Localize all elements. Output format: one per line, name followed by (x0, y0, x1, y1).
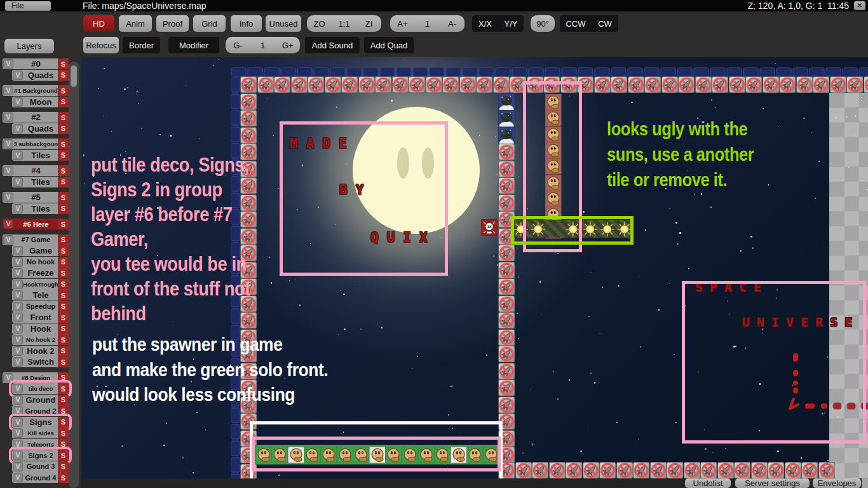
layer-row-no-hook[interactable]: VNo hookS (12, 257, 69, 268)
proof-toggle-button[interactable]: Proof (156, 15, 189, 32)
layer-row-tiles[interactable]: VTilesS (12, 203, 69, 214)
layer-visibility-toggle[interactable]: V (13, 473, 23, 482)
layer-visibility-toggle[interactable]: V (3, 235, 13, 245)
layer-row-tile-deco[interactable]: Vtile decoS (12, 383, 69, 394)
layer-row-tele[interactable]: VTeleS (12, 290, 69, 301)
layer-settings-button[interactable]: S (58, 346, 69, 356)
layer-visibility-toggle[interactable]: V (13, 124, 23, 133)
layer-visibility-toggle[interactable]: V (13, 335, 23, 344)
layer-settings-button[interactable]: S (58, 245, 69, 256)
flip-x-button[interactable]: X/X (472, 19, 498, 29)
layer-row-freeze[interactable]: VFreezeS (12, 268, 69, 278)
anim-faster-button[interactable]: A+ (390, 19, 415, 29)
layer-visibility-toggle[interactable]: V (13, 462, 23, 471)
modifier-button[interactable]: Modifier (168, 37, 219, 53)
envelopes-button[interactable]: Envelopes (813, 478, 861, 488)
layer-settings-button[interactable]: S (58, 334, 69, 345)
layer-settings-button[interactable]: S (58, 58, 69, 69)
layer-visibility-toggle[interactable]: V (3, 112, 13, 122)
layer-settings-button[interactable]: S (58, 461, 69, 472)
layer-row-kill-sides[interactable]: VKill sidesS (12, 428, 69, 438)
rotate-90-button[interactable]: 90° (531, 15, 555, 32)
unused-toggle-button[interactable]: Unused (266, 15, 301, 32)
zoom-in-button[interactable]: ZI (356, 19, 381, 29)
group-row--1-background[interactable]: V#1 BackgroundS (3, 85, 69, 96)
ccw-button[interactable]: CCW (560, 19, 592, 29)
layer-settings-button[interactable]: S (58, 97, 69, 107)
layer-settings-button[interactable]: S (58, 405, 69, 416)
layer-visibility-toggle[interactable]: V (13, 268, 23, 278)
layer-visibility-toggle[interactable]: V (13, 257, 23, 267)
layer-visibility-toggle[interactable]: V (3, 86, 13, 95)
refocus-button[interactable]: Refocus (83, 37, 119, 53)
layer-settings-button[interactable]: S (58, 301, 69, 312)
layer-settings-button[interactable]: S (58, 85, 69, 96)
hd-toggle-button[interactable]: HD (83, 15, 114, 32)
layer-settings-button[interactable]: S (58, 450, 69, 461)
layer-row-ground-4[interactable]: VGround 4S (12, 472, 69, 483)
layer-row-speedup[interactable]: VSpeedupS (12, 301, 69, 312)
layer-visibility-toggle[interactable]: V (13, 406, 23, 416)
layer-settings-button[interactable]: S (58, 268, 69, 278)
file-menu-button[interactable]: File (5, 1, 51, 11)
layer-row-game[interactable]: VGameS (12, 245, 69, 256)
layer-visibility-toggle[interactable]: V (3, 166, 13, 175)
map-editor-canvas[interactable]: MADE BY QUIX SPACE UNIVERSE put tile dec… (81, 57, 868, 488)
layer-settings-button[interactable]: S (58, 472, 69, 483)
layer-visibility-toggle[interactable]: V (3, 139, 13, 149)
layer-visibility-toggle[interactable]: V (13, 417, 23, 427)
layer-row-hook-2[interactable]: VHook 2S (12, 346, 69, 356)
layer-settings-button[interactable]: S (58, 112, 69, 123)
layer-settings-button[interactable]: S (58, 123, 69, 134)
layer-settings-button[interactable]: S (58, 139, 69, 149)
add-sound-button[interactable]: Add Sound (305, 37, 360, 53)
layer-visibility-toggle[interactable]: V (13, 204, 23, 214)
layer-settings-button[interactable]: S (58, 323, 69, 334)
layer-row-signs[interactable]: VSignsS (12, 417, 69, 428)
layer-visibility-toggle[interactable]: V (3, 59, 13, 69)
layer-row-tiles[interactable]: VTilesS (12, 150, 69, 161)
layer-visibility-toggle[interactable]: V (13, 246, 23, 255)
grid-toggle-button[interactable]: Grid (193, 15, 226, 32)
layer-visibility-toggle[interactable]: V (13, 71, 23, 80)
close-icon[interactable]: ✕ (854, 1, 865, 10)
anim-toggle-button[interactable]: Anim (119, 15, 152, 32)
layer-settings-button[interactable]: S (58, 279, 69, 290)
layer-settings-button[interactable]: S (58, 70, 69, 81)
layer-settings-button[interactable]: S (58, 150, 69, 161)
grid-plus-button[interactable]: G+ (275, 41, 300, 50)
layer-visibility-toggle[interactable]: V (13, 302, 23, 311)
layer-visibility-toggle[interactable]: V (13, 395, 23, 405)
layer-settings-button[interactable]: S (58, 257, 69, 268)
layer-visibility-toggle[interactable]: V (13, 384, 23, 393)
layer-visibility-toggle[interactable]: V (13, 151, 23, 160)
layer-settings-button[interactable]: S (58, 192, 69, 203)
layer-settings-button[interactable]: S (58, 203, 69, 214)
layers-scrollbar[interactable] (69, 62, 79, 488)
layers-header-button[interactable]: Layers (4, 39, 54, 53)
server-settings-button[interactable]: Server settings (735, 478, 810, 488)
layer-settings-button[interactable]: S (58, 428, 69, 438)
group-row--8-design[interactable]: V#8 DesignS (3, 372, 69, 383)
layer-visibility-toggle[interactable]: V (13, 324, 23, 334)
layer-visibility-toggle[interactable]: V (13, 428, 23, 438)
layer-visibility-toggle[interactable]: V (3, 219, 13, 229)
layer-settings-button[interactable]: S (58, 234, 69, 245)
flip-y-button[interactable]: Y/Y (498, 19, 524, 29)
add-quad-button[interactable]: Add Quad (364, 37, 414, 53)
layer-row-hooktrough[interactable]: VHookTroughS (12, 279, 69, 290)
layer-visibility-toggle[interactable]: V (13, 313, 23, 322)
group-row--6-here[interactable]: V#6 HereS (3, 219, 69, 229)
layer-row-gound-3[interactable]: VGound 3S (12, 461, 69, 472)
group-row--7-game[interactable]: V#7 GameS (3, 234, 69, 245)
layer-row-quads[interactable]: VQuadsS (12, 123, 69, 134)
layer-visibility-toggle[interactable]: V (3, 373, 13, 383)
layer-row-signs-2[interactable]: VSigns 2S (12, 450, 69, 461)
layer-settings-button[interactable]: S (58, 383, 69, 394)
layer-settings-button[interactable]: S (58, 417, 69, 428)
layer-settings-button[interactable]: S (58, 395, 69, 405)
info-toggle-button[interactable]: Info (231, 15, 262, 32)
layer-settings-button[interactable]: S (58, 312, 69, 323)
layer-row-hook[interactable]: VHookS (12, 323, 69, 334)
group-row--3-subbackgound[interactable]: V#3 subbackgoundS (3, 139, 69, 149)
